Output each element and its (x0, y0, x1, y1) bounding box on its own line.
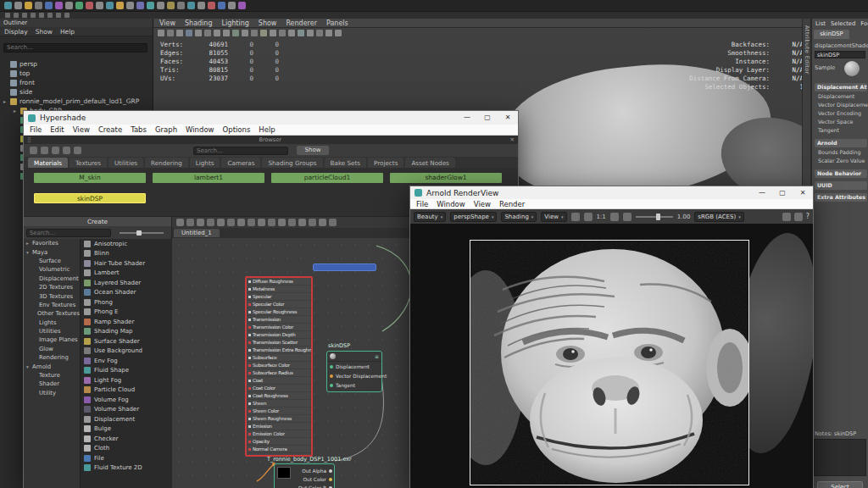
node-attribute-row[interactable]: Subsurface (247, 354, 311, 362)
attribute-row[interactable]: Vector Space (818, 119, 853, 125)
shelf-icon[interactable] (136, 2, 144, 9)
viewport-toolbar-icon[interactable] (242, 30, 248, 36)
crosshair-icon[interactable] (584, 213, 593, 221)
section-displacement-attributes[interactable]: Displacement Attributes (815, 83, 867, 92)
viewport-toolbar-icon[interactable] (158, 30, 164, 36)
node-attribute-row[interactable]: Transmission (247, 316, 311, 324)
outliner-item[interactable]: front (0, 78, 153, 87)
node-attribute-row[interactable]: Specular (247, 293, 311, 301)
node-attribute-row[interactable]: Transmission Scatter (247, 339, 311, 347)
create-category-item[interactable]: ▾ Arnold (24, 362, 80, 370)
node-attribute-row[interactable]: Coat Color (247, 385, 311, 392)
viewport-toolbar-icon[interactable] (270, 30, 276, 36)
hypershade-menu-item[interactable]: Options (223, 125, 251, 134)
select-button[interactable]: Select (817, 481, 863, 488)
viewport-toolbar-icon[interactable] (167, 30, 174, 36)
file-texture-node[interactable]: Out Alpha Out Color Out Color R (274, 463, 335, 488)
create-category-item[interactable]: Texture (24, 371, 80, 380)
node-port-row[interactable]: Out Color (298, 475, 332, 484)
status-icon[interactable] (5, 13, 10, 18)
create-category-item[interactable]: 2D Textures (24, 283, 80, 291)
expand-arrow-icon[interactable]: ▸ (26, 241, 32, 246)
node-attribute-row[interactable]: Subsurface Color (247, 362, 311, 369)
viewport-toolbar-icon[interactable] (279, 30, 286, 36)
port-icon[interactable] (248, 326, 251, 329)
create-node-item[interactable]: File (81, 453, 172, 463)
viewport-menu-item[interactable]: Lighting (221, 19, 248, 27)
slider-knob[interactable] (136, 230, 142, 236)
node-header[interactable]: ≡ (327, 352, 381, 362)
zoom-in-icon[interactable] (610, 213, 619, 221)
workarea-toolbar-icon[interactable] (217, 219, 225, 226)
hypershade-menu-item[interactable]: Tabs (131, 125, 147, 134)
create-node-item[interactable]: Ramp Shader (81, 317, 172, 327)
refresh-icon[interactable] (794, 213, 803, 221)
shelf-icon[interactable] (198, 2, 205, 9)
node-port-row[interactable]: Out Alpha (298, 467, 332, 475)
shelf-icon[interactable] (228, 2, 236, 9)
browser-tab[interactable]: Projects (368, 158, 403, 168)
expand-arrow-icon[interactable]: ▸ (14, 108, 20, 114)
hypershade-menu-item[interactable]: Create (98, 125, 122, 134)
icon-size-slider[interactable] (120, 232, 164, 234)
workarea-toolbar-icon[interactable] (237, 219, 245, 226)
create-node-item[interactable]: Env Fog (81, 356, 172, 366)
shelf-icon[interactable] (45, 2, 53, 9)
outliner-item[interactable]: top (0, 69, 153, 78)
status-icon[interactable] (47, 13, 53, 18)
shelf-icon[interactable] (106, 2, 114, 9)
node-attribute-row[interactable]: Subsurface Radius (247, 369, 311, 377)
displacement-shader-node[interactable]: ≡ Displacement Vector Displace (326, 351, 382, 392)
node-attribute-row[interactable]: Normal Camera (247, 446, 311, 453)
viewport-menu-item[interactable]: Renderer (286, 19, 317, 27)
browser-panel-header[interactable]: ⣿ Browser ✕ (24, 136, 518, 144)
outliner-menu-item[interactable]: Help (60, 28, 75, 36)
workarea-toolbar-icon[interactable] (319, 219, 326, 226)
create-node-item[interactable]: Use Background (81, 347, 172, 357)
node-attribute-row[interactable]: Metalness (247, 286, 311, 293)
attribute-row[interactable]: Displacement (818, 93, 854, 99)
workarea-toolbar-icon[interactable] (186, 219, 194, 226)
port-icon[interactable] (248, 319, 251, 321)
browser-toolbar-icon[interactable] (63, 147, 70, 154)
minimize-button[interactable]: — (457, 111, 477, 125)
status-icon[interactable] (64, 13, 70, 18)
viewport-toolbar-icon[interactable] (223, 30, 230, 36)
attribute-row[interactable]: Bounds Padding (818, 149, 861, 155)
create-category-item[interactable]: Glow (24, 345, 80, 353)
status-icon[interactable] (39, 13, 44, 18)
shelf-icon[interactable] (177, 2, 185, 9)
render-canvas[interactable] (410, 224, 813, 488)
maximize-button[interactable]: ▢ (772, 186, 793, 199)
node-attribute-row[interactable]: Sheen Roughness (247, 415, 311, 423)
hypershade-menu-item[interactable]: Graph (155, 125, 177, 134)
show-filter-button[interactable]: Show (297, 146, 329, 155)
outliner-item[interactable]: side (0, 87, 153, 97)
workarea-toolbar-icon[interactable] (258, 219, 265, 226)
create-node-item[interactable]: Phong (81, 297, 172, 308)
material-swatch[interactable]: skinDSP (34, 193, 146, 203)
create-category-item[interactable]: ▾ Maya (24, 247, 80, 256)
port-icon[interactable] (248, 296, 251, 298)
workarea-toolbar-icon[interactable] (298, 219, 306, 226)
minimize-button[interactable]: — (752, 186, 772, 199)
browser-toolbar-icon[interactable] (41, 147, 48, 154)
notes-textarea[interactable] (814, 439, 866, 476)
create-category-item[interactable]: Surface (24, 257, 80, 265)
viewport-toolbar-icon[interactable] (204, 30, 211, 36)
section-arnold[interactable]: Arnold (815, 139, 867, 147)
shelf-icon[interactable] (65, 2, 73, 9)
status-icon[interactable] (31, 13, 36, 18)
create-node-item[interactable]: Particle Cloud (81, 385, 172, 396)
shelf-icon[interactable] (208, 2, 215, 9)
workarea-toolbar-icon[interactable] (278, 219, 286, 226)
viewport-toolbar-icon[interactable] (176, 30, 183, 36)
node-attribute-row[interactable]: Opacity (247, 438, 311, 446)
exposure-slider[interactable] (636, 213, 673, 221)
node-menu-icon[interactable]: ≡ (375, 353, 379, 359)
create-node-item[interactable]: Hair Tube Shader (81, 258, 172, 269)
workarea-toolbar-icon[interactable] (207, 219, 214, 226)
shelf-icon[interactable] (147, 2, 154, 9)
port-icon[interactable] (248, 387, 251, 390)
help-icon[interactable]: ? (806, 213, 810, 220)
